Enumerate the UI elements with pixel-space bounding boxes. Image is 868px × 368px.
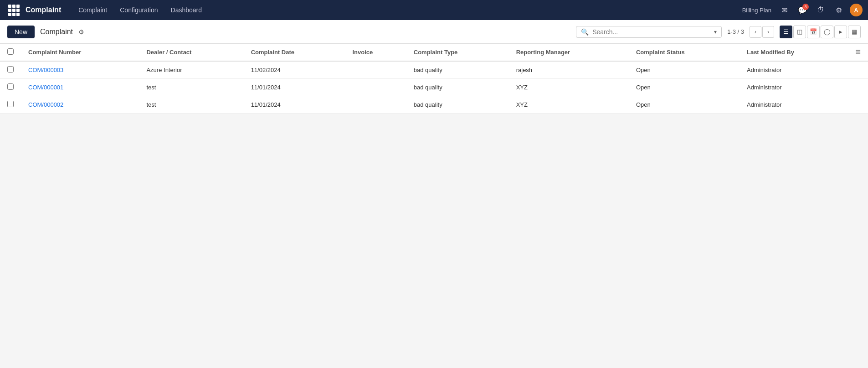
search-dropdown-button[interactable]: ▾ [714, 29, 717, 35]
view-toggle-buttons: ☰ ◫ 📅 ◯ ▸ ▦ [780, 26, 861, 38]
prev-page-button[interactable]: ‹ [750, 26, 761, 38]
user-avatar[interactable]: A [850, 4, 863, 16]
cell-reporting-manager: XYZ [509, 96, 629, 114]
complaints-table: Complaint Number Dealer / Contact Compla… [0, 44, 868, 114]
mail-icon[interactable]: ✉ [777, 3, 791, 17]
search-icon: 🔍 [581, 28, 589, 36]
cell-complaint-status: Open [629, 79, 740, 96]
cell-complaint-type: bad quality [406, 61, 509, 79]
table-row[interactable]: COM/000002 test 11/01/2024 bad quality X… [0, 96, 868, 114]
cell-reporting-manager: rajesh [509, 61, 629, 79]
activity-icon[interactable]: ⏱ [813, 3, 828, 17]
calendar-view-button[interactable]: 📅 [807, 26, 820, 38]
list-view-button[interactable]: ☰ [780, 26, 792, 38]
cell-complaint-date: 11/01/2024 [244, 79, 345, 96]
cell-dealer-contact: test [139, 79, 243, 96]
row-checkbox[interactable] [7, 66, 14, 73]
cell-settings [848, 61, 868, 79]
col-dealer-contact[interactable]: Dealer / Contact [139, 44, 243, 61]
cell-complaint-date: 11/02/2024 [244, 61, 345, 79]
navbar-menu-configuration[interactable]: Configuration [113, 0, 164, 20]
cell-invoice [345, 96, 406, 114]
cell-invoice [345, 79, 406, 96]
cell-reporting-manager: XYZ [509, 79, 629, 96]
col-settings-icon: ☰ [855, 49, 861, 56]
col-last-modified-by[interactable]: Last Modified By [740, 44, 848, 61]
row-checkbox[interactable] [7, 83, 14, 90]
cell-complaint-date: 11/01/2024 [244, 96, 345, 114]
cell-last-modified-by: Administrator [740, 61, 848, 79]
settings-icon[interactable]: ⚙ [832, 3, 846, 17]
next-page-button[interactable]: › [762, 26, 774, 38]
cell-complaint-status: Open [629, 61, 740, 79]
row-checkbox-cell[interactable] [0, 96, 21, 114]
chat-badge: 3 [802, 4, 809, 10]
apps-menu-button[interactable] [5, 2, 22, 18]
col-complaint-number[interactable]: Complaint Number [21, 44, 139, 61]
cell-complaint-number[interactable]: COM/000002 [21, 96, 139, 114]
select-all-checkbox[interactable] [7, 48, 14, 55]
cell-last-modified-by: Administrator [740, 96, 848, 114]
navbar-menu-dashboard[interactable]: Dashboard [164, 0, 209, 20]
col-complaint-status[interactable]: Complaint Status [629, 44, 740, 61]
new-button[interactable]: New [7, 26, 35, 38]
table-body: COM/000003 Azure Interior 11/02/2024 bad… [0, 61, 868, 114]
pivot-view-button[interactable]: ▦ [848, 26, 861, 38]
billing-plan-label: Billing Plan [742, 7, 771, 14]
cell-complaint-number[interactable]: COM/000003 [21, 61, 139, 79]
cell-settings [848, 96, 868, 114]
navbar-menu: Complaint Configuration Dashboard [72, 0, 742, 20]
row-checkbox-cell[interactable] [0, 79, 21, 96]
navbar-menu-complaint[interactable]: Complaint [72, 0, 113, 20]
cell-complaint-type: bad quality [406, 79, 509, 96]
cell-dealer-contact: test [139, 96, 243, 114]
clock-view-button[interactable]: ◯ [821, 26, 833, 38]
navbar-brand: Complaint [26, 6, 61, 14]
table-container: Complaint Number Dealer / Contact Compla… [0, 44, 868, 114]
chart-view-button[interactable]: ▸ [834, 26, 847, 38]
col-complaint-type[interactable]: Complaint Type [406, 44, 509, 61]
search-input[interactable] [592, 28, 710, 36]
table-row[interactable]: COM/000001 test 11/01/2024 bad quality X… [0, 79, 868, 96]
col-complaint-date[interactable]: Complaint Date [244, 44, 345, 61]
row-checkbox-cell[interactable] [0, 61, 21, 79]
col-reporting-manager[interactable]: Reporting Manager [509, 44, 629, 61]
cell-complaint-number[interactable]: COM/000001 [21, 79, 139, 96]
chat-icon[interactable]: 💬 3 [795, 3, 810, 17]
select-all-header[interactable] [0, 44, 21, 61]
page-title: Complaint [40, 28, 73, 36]
cell-complaint-status: Open [629, 96, 740, 114]
cell-invoice [345, 61, 406, 79]
settings-gear-button[interactable]: ⚙ [78, 28, 84, 36]
col-invoice[interactable]: Invoice [345, 44, 406, 61]
pagination-info: 1-3 / 3 [727, 28, 744, 35]
subheader: New Complaint ⚙ 🔍 ▾ 1-3 / 3 ‹ › ☰ ◫ 📅 ◯ … [0, 20, 868, 44]
kanban-view-button[interactable]: ◫ [793, 26, 806, 38]
row-checkbox[interactable] [7, 101, 14, 107]
cell-last-modified-by: Administrator [740, 79, 848, 96]
pagination-arrows: ‹ › [750, 26, 774, 38]
navbar-right: Billing Plan ✉ 💬 3 ⏱ ⚙ A [742, 3, 863, 17]
grid-icon [8, 5, 20, 16]
cell-dealer-contact: Azure Interior [139, 61, 243, 79]
table-row[interactable]: COM/000003 Azure Interior 11/02/2024 bad… [0, 61, 868, 79]
table-header-row: Complaint Number Dealer / Contact Compla… [0, 44, 868, 61]
col-settings[interactable]: ☰ [848, 44, 868, 61]
cell-complaint-type: bad quality [406, 96, 509, 114]
search-container: 🔍 ▾ [576, 26, 722, 38]
cell-settings [848, 79, 868, 96]
navbar: Complaint Complaint Configuration Dashbo… [0, 0, 868, 20]
